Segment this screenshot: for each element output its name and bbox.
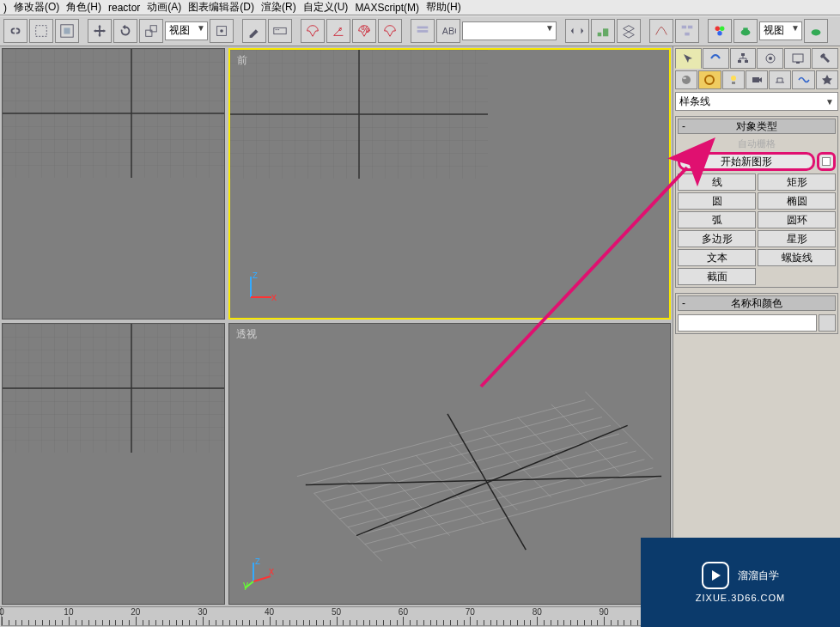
tab-motion[interactable] (757, 48, 783, 69)
svg-point-20 (715, 27, 720, 31)
curve-icon (654, 23, 669, 39)
snap-angle-button[interactable]: ° (326, 19, 350, 43)
sub-helpers[interactable] (769, 70, 791, 89)
tab-utilities[interactable] (812, 48, 838, 69)
start-new-shape-checkbox[interactable] (817, 152, 836, 171)
sub-cameras[interactable] (746, 70, 768, 89)
auto-grid-label: 自动栅格 (678, 137, 836, 150)
hammer-icon (819, 52, 831, 64)
btn-rectangle[interactable]: 矩形 (758, 173, 836, 191)
wave-icon (798, 74, 810, 86)
svg-text:x: x (269, 565, 274, 577)
btn-ngon[interactable]: 多边形 (678, 230, 756, 247)
tab-hierarchy[interactable] (730, 48, 757, 69)
scale-icon (143, 23, 159, 39)
menu-item[interactable]: 图表编辑器(D) (188, 0, 254, 15)
named-sel-button[interactable] (411, 19, 435, 43)
align-button[interactable] (591, 19, 615, 43)
tab-modify[interactable] (703, 48, 729, 69)
rotate-button[interactable] (113, 19, 137, 43)
svg-point-5 (220, 29, 223, 33)
grid-icon (230, 50, 488, 179)
rollout-header[interactable]: - 名称和颜色 (678, 295, 836, 311)
curve-editor-button[interactable] (649, 19, 673, 43)
layer-button[interactable] (617, 19, 641, 43)
rollout-header[interactable]: - 对象类型 (678, 119, 836, 134)
object-color-swatch[interactable] (819, 314, 836, 332)
quick-render-button[interactable] (804, 19, 828, 43)
snap-percent-button[interactable]: % (352, 19, 376, 43)
btn-donut[interactable]: 圆环 (758, 211, 836, 228)
select-manipulate-button[interactable] (242, 19, 266, 43)
sub-geometry[interactable] (675, 70, 697, 89)
play-icon (702, 562, 729, 589)
btn-circle[interactable]: 圆 (678, 192, 756, 210)
btn-section[interactable]: 截面 (678, 268, 756, 285)
mirror-button[interactable] (565, 19, 589, 43)
create-subtabs (675, 70, 838, 89)
viewport-front[interactable]: 前 z x (228, 48, 671, 320)
center-pivot-button[interactable] (210, 19, 234, 43)
snap3d-icon (305, 23, 320, 39)
viewport-top-left[interactable] (2, 48, 225, 320)
named-selection-dropdown[interactable] (462, 21, 557, 40)
material-button[interactable] (708, 19, 732, 43)
btn-line[interactable]: 线 (678, 173, 756, 191)
named-icon (415, 23, 430, 39)
render-setup-button[interactable] (733, 19, 758, 43)
svg-rect-7 (274, 27, 286, 33)
btn-arc[interactable]: 弧 (678, 211, 756, 228)
svg-rect-18 (688, 26, 692, 29)
tab-create[interactable] (675, 48, 702, 69)
svg-rect-68 (738, 60, 741, 63)
sub-systems[interactable] (816, 70, 838, 89)
viewport-perspective[interactable]: 透视 (228, 323, 671, 605)
move-button[interactable] (88, 19, 112, 43)
svg-rect-13 (417, 30, 429, 33)
view-dropdown-2[interactable]: 视图 (759, 21, 802, 40)
menu-item[interactable]: 帮助(H) (426, 0, 461, 15)
sub-spacewarps[interactable] (792, 70, 814, 89)
abc-button[interactable]: ABC (436, 19, 460, 43)
svg-text:x: x (271, 291, 277, 303)
select-all-button[interactable] (55, 19, 79, 43)
menu-item[interactable]: 动画(A) (147, 0, 181, 15)
svg-rect-69 (745, 60, 748, 63)
svg-point-77 (731, 76, 736, 81)
btn-text[interactable]: 文本 (678, 249, 756, 266)
menu-item[interactable]: reactor (108, 2, 140, 14)
sub-lights[interactable] (722, 70, 745, 89)
select-button[interactable] (29, 19, 53, 43)
ruler-track[interactable]: 0102030405060708090100 (1, 606, 672, 626)
btn-star[interactable]: 星形 (758, 230, 836, 247)
menu-item[interactable]: 修改器(O) (14, 0, 59, 15)
snap-percent-icon: % (356, 23, 372, 39)
sub-shapes[interactable] (698, 70, 721, 89)
svg-point-74 (682, 76, 691, 84)
time-slider[interactable]: 0102030405060708090100 (0, 606, 673, 627)
svg-line-55 (517, 417, 585, 485)
watermark-url: ZIXUE.3D66.COM (696, 593, 785, 603)
hierarchy-icon (737, 52, 749, 64)
btn-ellipse[interactable]: 椭圆 (758, 192, 836, 210)
menu-item[interactable]: 自定义(U) (303, 0, 349, 15)
btn-helix[interactable]: 螺旋线 (758, 249, 836, 266)
snap-3d-button[interactable] (301, 19, 325, 43)
link-button[interactable] (3, 19, 27, 43)
menu-item[interactable]: MAXScript(M) (355, 2, 419, 14)
ref-coord-dropdown[interactable]: 视图 (165, 21, 208, 40)
keyboard-button[interactable] (268, 19, 292, 43)
menu-item[interactable]: 角色(H) (66, 0, 101, 15)
main-toolbar: 视图 ° % ABC 视图 (0, 15, 840, 46)
start-new-shape-button[interactable]: 开始新图形 (678, 152, 815, 171)
object-type-dropdown[interactable]: 样条线 (675, 92, 838, 111)
tab-display[interactable] (784, 48, 811, 69)
menu-item[interactable]: 渲染(R) (261, 0, 296, 15)
scale-button[interactable] (139, 19, 163, 43)
schematic-button[interactable] (675, 19, 699, 43)
sphere-icon (680, 74, 692, 86)
svg-text:%: % (361, 24, 369, 34)
viewport-bottom-left[interactable] (2, 323, 225, 605)
snap-spinner-button[interactable] (378, 19, 402, 43)
object-name-input[interactable] (678, 314, 817, 332)
